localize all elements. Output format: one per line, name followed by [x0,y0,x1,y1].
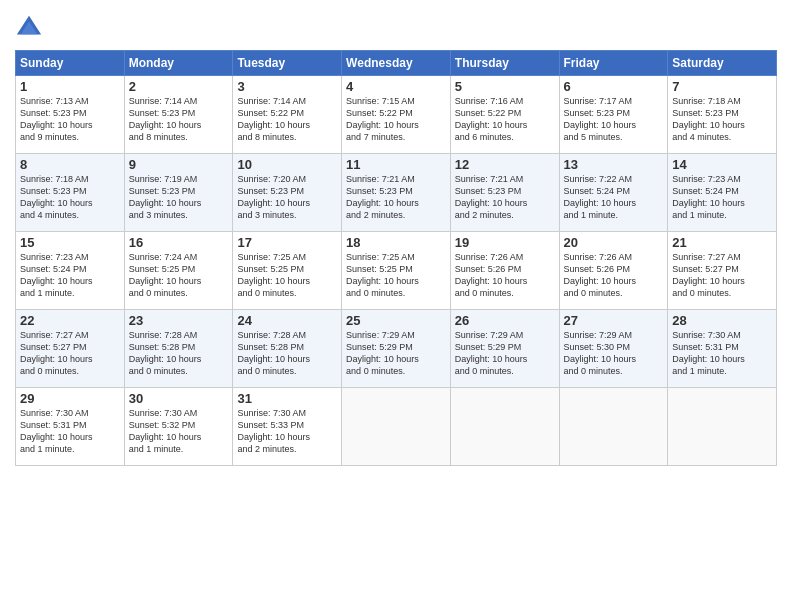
calendar-cell: 13Sunrise: 7:22 AM Sunset: 5:24 PM Dayli… [559,154,668,232]
day-number: 2 [129,79,229,94]
calendar-week-row: 22Sunrise: 7:27 AM Sunset: 5:27 PM Dayli… [16,310,777,388]
calendar-cell: 4Sunrise: 7:15 AM Sunset: 5:22 PM Daylig… [342,76,451,154]
calendar-cell: 1Sunrise: 7:13 AM Sunset: 5:23 PM Daylig… [16,76,125,154]
day-info: Sunrise: 7:25 AM Sunset: 5:25 PM Dayligh… [237,251,337,300]
day-info: Sunrise: 7:21 AM Sunset: 5:23 PM Dayligh… [346,173,446,222]
day-number: 8 [20,157,120,172]
day-number: 13 [564,157,664,172]
day-info: Sunrise: 7:23 AM Sunset: 5:24 PM Dayligh… [672,173,772,222]
calendar-cell: 22Sunrise: 7:27 AM Sunset: 5:27 PM Dayli… [16,310,125,388]
day-number: 11 [346,157,446,172]
day-header-tuesday: Tuesday [233,51,342,76]
day-info: Sunrise: 7:24 AM Sunset: 5:25 PM Dayligh… [129,251,229,300]
day-info: Sunrise: 7:30 AM Sunset: 5:33 PM Dayligh… [237,407,337,456]
day-number: 30 [129,391,229,406]
day-number: 16 [129,235,229,250]
calendar-week-row: 8Sunrise: 7:18 AM Sunset: 5:23 PM Daylig… [16,154,777,232]
day-info: Sunrise: 7:14 AM Sunset: 5:23 PM Dayligh… [129,95,229,144]
day-number: 5 [455,79,555,94]
calendar-cell: 24Sunrise: 7:28 AM Sunset: 5:28 PM Dayli… [233,310,342,388]
day-info: Sunrise: 7:29 AM Sunset: 5:29 PM Dayligh… [455,329,555,378]
calendar-header-row: SundayMondayTuesdayWednesdayThursdayFrid… [16,51,777,76]
calendar-cell: 20Sunrise: 7:26 AM Sunset: 5:26 PM Dayli… [559,232,668,310]
day-number: 25 [346,313,446,328]
day-info: Sunrise: 7:30 AM Sunset: 5:31 PM Dayligh… [672,329,772,378]
calendar-cell: 23Sunrise: 7:28 AM Sunset: 5:28 PM Dayli… [124,310,233,388]
day-header-thursday: Thursday [450,51,559,76]
calendar-cell: 11Sunrise: 7:21 AM Sunset: 5:23 PM Dayli… [342,154,451,232]
calendar-cell: 3Sunrise: 7:14 AM Sunset: 5:22 PM Daylig… [233,76,342,154]
day-info: Sunrise: 7:28 AM Sunset: 5:28 PM Dayligh… [237,329,337,378]
day-header-wednesday: Wednesday [342,51,451,76]
day-number: 1 [20,79,120,94]
logo-icon [15,14,43,42]
logo [15,14,45,42]
calendar-cell: 29Sunrise: 7:30 AM Sunset: 5:31 PM Dayli… [16,388,125,466]
day-info: Sunrise: 7:18 AM Sunset: 5:23 PM Dayligh… [672,95,772,144]
header [15,10,777,42]
day-info: Sunrise: 7:26 AM Sunset: 5:26 PM Dayligh… [564,251,664,300]
day-number: 9 [129,157,229,172]
calendar-cell: 15Sunrise: 7:23 AM Sunset: 5:24 PM Dayli… [16,232,125,310]
day-info: Sunrise: 7:14 AM Sunset: 5:22 PM Dayligh… [237,95,337,144]
calendar-cell: 8Sunrise: 7:18 AM Sunset: 5:23 PM Daylig… [16,154,125,232]
calendar-cell: 9Sunrise: 7:19 AM Sunset: 5:23 PM Daylig… [124,154,233,232]
day-number: 27 [564,313,664,328]
day-info: Sunrise: 7:28 AM Sunset: 5:28 PM Dayligh… [129,329,229,378]
day-info: Sunrise: 7:30 AM Sunset: 5:32 PM Dayligh… [129,407,229,456]
day-number: 6 [564,79,664,94]
day-number: 20 [564,235,664,250]
calendar-cell [342,388,451,466]
calendar-cell: 25Sunrise: 7:29 AM Sunset: 5:29 PM Dayli… [342,310,451,388]
day-number: 18 [346,235,446,250]
day-number: 26 [455,313,555,328]
calendar-cell: 12Sunrise: 7:21 AM Sunset: 5:23 PM Dayli… [450,154,559,232]
calendar-week-row: 1Sunrise: 7:13 AM Sunset: 5:23 PM Daylig… [16,76,777,154]
day-info: Sunrise: 7:29 AM Sunset: 5:29 PM Dayligh… [346,329,446,378]
day-number: 7 [672,79,772,94]
day-number: 14 [672,157,772,172]
day-number: 4 [346,79,446,94]
calendar-week-row: 29Sunrise: 7:30 AM Sunset: 5:31 PM Dayli… [16,388,777,466]
calendar-cell: 5Sunrise: 7:16 AM Sunset: 5:22 PM Daylig… [450,76,559,154]
calendar-cell [559,388,668,466]
day-number: 15 [20,235,120,250]
day-info: Sunrise: 7:18 AM Sunset: 5:23 PM Dayligh… [20,173,120,222]
day-info: Sunrise: 7:27 AM Sunset: 5:27 PM Dayligh… [672,251,772,300]
calendar-cell: 19Sunrise: 7:26 AM Sunset: 5:26 PM Dayli… [450,232,559,310]
calendar-cell: 14Sunrise: 7:23 AM Sunset: 5:24 PM Dayli… [668,154,777,232]
calendar-cell: 16Sunrise: 7:24 AM Sunset: 5:25 PM Dayli… [124,232,233,310]
calendar-cell [450,388,559,466]
day-info: Sunrise: 7:20 AM Sunset: 5:23 PM Dayligh… [237,173,337,222]
calendar-cell [668,388,777,466]
calendar-week-row: 15Sunrise: 7:23 AM Sunset: 5:24 PM Dayli… [16,232,777,310]
day-info: Sunrise: 7:26 AM Sunset: 5:26 PM Dayligh… [455,251,555,300]
calendar-cell: 7Sunrise: 7:18 AM Sunset: 5:23 PM Daylig… [668,76,777,154]
day-info: Sunrise: 7:13 AM Sunset: 5:23 PM Dayligh… [20,95,120,144]
calendar-cell: 10Sunrise: 7:20 AM Sunset: 5:23 PM Dayli… [233,154,342,232]
day-number: 22 [20,313,120,328]
main-container: SundayMondayTuesdayWednesdayThursdayFrid… [0,0,792,476]
day-info: Sunrise: 7:17 AM Sunset: 5:23 PM Dayligh… [564,95,664,144]
calendar-cell: 6Sunrise: 7:17 AM Sunset: 5:23 PM Daylig… [559,76,668,154]
calendar-cell: 26Sunrise: 7:29 AM Sunset: 5:29 PM Dayli… [450,310,559,388]
day-header-sunday: Sunday [16,51,125,76]
day-number: 10 [237,157,337,172]
calendar-cell: 28Sunrise: 7:30 AM Sunset: 5:31 PM Dayli… [668,310,777,388]
day-info: Sunrise: 7:22 AM Sunset: 5:24 PM Dayligh… [564,173,664,222]
calendar-table: SundayMondayTuesdayWednesdayThursdayFrid… [15,50,777,466]
day-number: 31 [237,391,337,406]
day-number: 21 [672,235,772,250]
day-number: 17 [237,235,337,250]
day-number: 29 [20,391,120,406]
calendar-cell: 31Sunrise: 7:30 AM Sunset: 5:33 PM Dayli… [233,388,342,466]
day-number: 19 [455,235,555,250]
day-info: Sunrise: 7:19 AM Sunset: 5:23 PM Dayligh… [129,173,229,222]
day-info: Sunrise: 7:16 AM Sunset: 5:22 PM Dayligh… [455,95,555,144]
day-info: Sunrise: 7:21 AM Sunset: 5:23 PM Dayligh… [455,173,555,222]
calendar-cell: 17Sunrise: 7:25 AM Sunset: 5:25 PM Dayli… [233,232,342,310]
day-number: 3 [237,79,337,94]
day-number: 24 [237,313,337,328]
calendar-cell: 21Sunrise: 7:27 AM Sunset: 5:27 PM Dayli… [668,232,777,310]
day-info: Sunrise: 7:25 AM Sunset: 5:25 PM Dayligh… [346,251,446,300]
